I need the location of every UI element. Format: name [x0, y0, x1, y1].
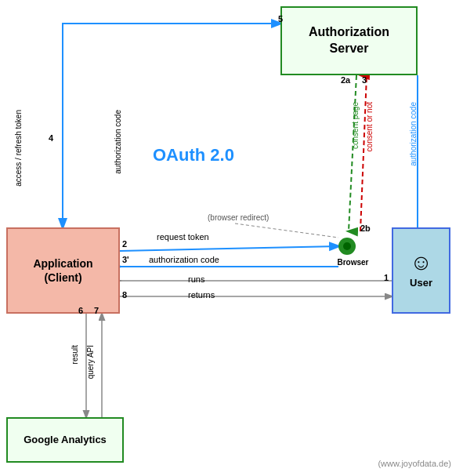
- application-box: Application (Client): [6, 227, 120, 314]
- user-box: ☺ User: [392, 227, 450, 314]
- label-auth-code-right: authorization code: [149, 255, 219, 264]
- diagram-container: Authorization Server Application (Client…: [0, 0, 463, 476]
- svg-line-6: [349, 75, 356, 231]
- browser-label: Browser: [335, 258, 371, 267]
- number-3: 3: [362, 75, 367, 85]
- google-analytics-box: Google Analytics: [6, 417, 124, 463]
- number-5: 5: [278, 14, 283, 24]
- number-8: 8: [122, 290, 127, 300]
- label-runs: runs: [188, 274, 204, 284]
- label-request-token: request token: [157, 232, 209, 242]
- user-label: User: [410, 277, 432, 290]
- label-query-api: query API: [86, 345, 95, 379]
- user-icon: ☺: [410, 252, 432, 274]
- label-auth-code-server: authorization code: [409, 102, 418, 166]
- svg-line-1: [120, 246, 338, 251]
- label-consent-or-not: consent or not: [365, 102, 374, 151]
- auth-server-box: Authorization Server: [280, 6, 418, 75]
- number-7: 7: [94, 306, 99, 315]
- label-browser-redirect: (browser redirect): [208, 213, 269, 222]
- label-returns: returns: [188, 290, 215, 300]
- number-1: 1: [384, 273, 389, 282]
- browser-dot: [338, 238, 356, 255]
- label-auth-code-left: authorization code: [114, 110, 122, 174]
- auth-server-label: Authorization Server: [309, 24, 389, 57]
- svg-line-7: [360, 75, 367, 231]
- oauth-title: OAuth 2.0: [153, 145, 234, 165]
- number-6: 6: [78, 306, 83, 315]
- number-3prime: 3': [122, 255, 129, 264]
- number-4: 4: [49, 133, 53, 143]
- number-2a: 2a: [341, 75, 350, 85]
- label-result: result: [71, 345, 79, 364]
- number-2b: 2b: [360, 223, 371, 233]
- watermark: (www.joyofdata.de): [378, 459, 451, 468]
- application-label: Application (Client): [33, 256, 92, 285]
- label-access-refresh-token: access / refresh token: [14, 110, 23, 187]
- number-2: 2: [122, 239, 127, 249]
- svg-line-10: [235, 223, 338, 238]
- google-analytics-label: Google Analytics: [24, 434, 107, 447]
- label-consent-page: consent page: [351, 102, 360, 149]
